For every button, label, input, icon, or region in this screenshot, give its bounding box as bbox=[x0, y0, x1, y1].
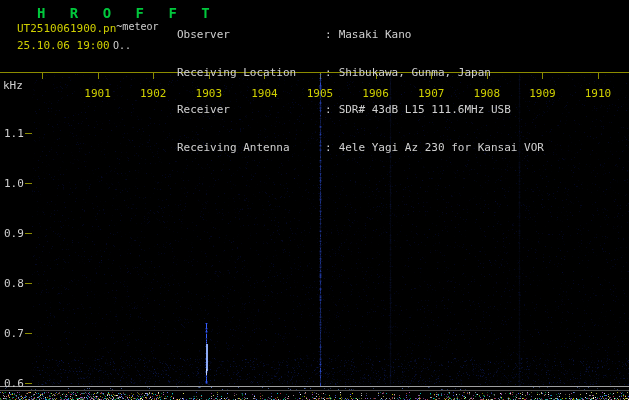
info-row-receiver: Receiver:SDR# 43dB L15 111.6MHz USB bbox=[177, 104, 544, 117]
info-value-antenna: 4ele Yagi Az 230 for Kansai VOR bbox=[339, 142, 544, 155]
filename-label: UT2510061900.pn~meteor bbox=[17, 22, 159, 35]
y-tick-label: 0.9 bbox=[4, 227, 24, 240]
y-tick-label: 1.0 bbox=[4, 177, 24, 190]
datetime-suffix: O.. bbox=[113, 40, 131, 51]
filename-text: UT2510061900.pn bbox=[17, 22, 116, 35]
info-colon: : bbox=[325, 29, 332, 42]
info-label-observer: Observer bbox=[177, 29, 325, 42]
x-tick-label: 1906 bbox=[362, 87, 389, 100]
x-tick-label: 1909 bbox=[529, 87, 556, 100]
info-value-observer: Masaki Kano bbox=[339, 29, 412, 42]
x-tick-label: 1910 bbox=[585, 87, 612, 100]
info-value-location: Shibukawa, Gunma, Japan bbox=[339, 67, 491, 80]
info-colon: : bbox=[325, 67, 332, 80]
info-row-observer: Observer:Masaki Kano bbox=[177, 29, 544, 42]
info-label-antenna: Receiving Antenna bbox=[177, 142, 325, 155]
info-label-location: Receiving Location bbox=[177, 67, 325, 80]
hrofft-screen: H R O F F T UT2510061900.pn~meteor 25.10… bbox=[0, 0, 629, 400]
x-axis-labels: 1901190219031904190519061907190819091910 bbox=[0, 87, 629, 100]
filename-suffix: ~meteor bbox=[116, 21, 158, 32]
info-value-receiver: SDR# 43dB L15 111.6MHz USB bbox=[339, 104, 511, 117]
x-tick-label: 1908 bbox=[474, 87, 501, 100]
x-tick-label: 1904 bbox=[251, 87, 278, 100]
info-row-location: Receiving Location:Shibukawa, Gunma, Jap… bbox=[177, 67, 544, 80]
y-tick-label: 0.6 bbox=[4, 377, 24, 390]
info-row-antenna: Receiving Antenna:4ele Yagi Az 230 for K… bbox=[177, 142, 544, 155]
datetime-label: 25.10.06 19:00 bbox=[17, 39, 110, 52]
y-tick-label: 0.7 bbox=[4, 327, 24, 340]
x-tick-label: 1903 bbox=[196, 87, 223, 100]
x-tick-label: 1907 bbox=[418, 87, 445, 100]
x-tick-label: 1902 bbox=[140, 87, 167, 100]
x-tick-label: 1905 bbox=[307, 87, 334, 100]
y-tick-label: 0.8 bbox=[4, 277, 24, 290]
y-tick-label: 1.1 bbox=[4, 127, 24, 140]
info-colon: : bbox=[325, 142, 332, 155]
y-axis-labels: 1.11.00.90.80.70.6 bbox=[0, 0, 30, 400]
info-colon: : bbox=[325, 104, 332, 117]
x-tick-label: 1901 bbox=[84, 87, 111, 100]
info-label-receiver: Receiver bbox=[177, 104, 325, 117]
